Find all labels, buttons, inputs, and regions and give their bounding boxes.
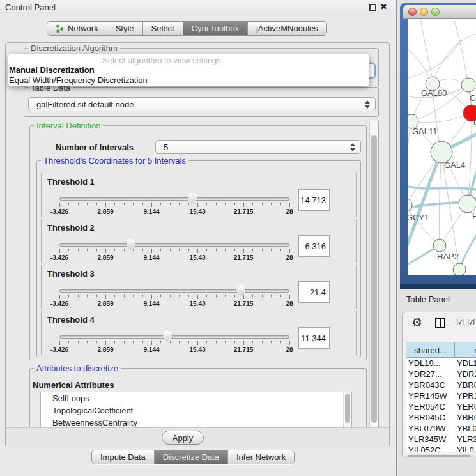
tab-impute-data[interactable]: Impute Data — [92, 450, 154, 464]
tick-mark — [114, 249, 115, 251]
table-row[interactable]: YBR045CYBR0 — [406, 412, 476, 423]
algorithm-option[interactable]: Equal Width/Frequency Discretization — [8, 75, 369, 86]
table-row[interactable]: YLR345WYLR3 — [406, 434, 476, 445]
network-window-titlebar[interactable] — [403, 5, 476, 19]
tick-mark — [206, 295, 207, 297]
tick-mark — [96, 341, 97, 343]
tick-label: 21.715 — [234, 300, 254, 307]
table-row[interactable]: YDL19...YDL1 — [406, 358, 476, 369]
scrollbar-thumb[interactable] — [407, 455, 471, 457]
threshold-slider[interactable]: -3.4262.8599.14415.4321.71528 — [59, 192, 289, 217]
list-item[interactable]: TopologicalCoefficient — [41, 404, 351, 417]
node-table: shared... na YDL19...YDL1YDR27...YDR2YBR… — [406, 342, 476, 452]
threshold-slider[interactable]: -3.4262.8599.14415.4321.71528 — [59, 284, 289, 309]
node-GAL4[interactable] — [431, 141, 452, 163]
horizontal-scrollbar[interactable] — [406, 454, 476, 457]
threshold-slider[interactable]: -3.4262.8599.14415.4321.71528 — [59, 330, 289, 355]
scrollbar-thumb[interactable] — [371, 135, 377, 423]
tab-jactivemnodules[interactable]: jActiveMNodules — [247, 22, 326, 35]
node-node-bottom[interactable] — [453, 263, 466, 275]
node-node-top-right[interactable] — [461, 78, 475, 92]
tab-infer-network[interactable]: Infer Network — [227, 450, 294, 464]
combo-spinner-icon[interactable] — [350, 142, 356, 152]
tick-label: 28 — [286, 346, 293, 353]
tab-network[interactable]: Network — [47, 22, 107, 35]
tab-cyni-toolbox[interactable]: Cyni Toolbox — [183, 22, 247, 35]
tick-mark — [289, 341, 290, 345]
float-window-icon[interactable] — [369, 4, 376, 11]
scrollbar-thumb[interactable] — [345, 394, 350, 423]
panel-title: Control Panel — [5, 3, 56, 12]
tick-label: 15.43 — [189, 300, 205, 307]
column-header[interactable]: shared... — [406, 342, 454, 358]
tab-label: jActiveMNodules — [256, 24, 318, 33]
table-cell: YLR345W — [406, 434, 454, 445]
table-row[interactable]: YPR145WYPR1 — [406, 390, 476, 401]
tick-mark — [170, 249, 171, 251]
close-traffic-light[interactable] — [408, 8, 417, 16]
table-row[interactable]: YBL079WYBL0 — [406, 423, 476, 434]
zoom-traffic-light[interactable] — [431, 8, 440, 16]
number-of-intervals-combobox[interactable]: 5 — [155, 140, 361, 154]
tick-mark — [243, 203, 244, 207]
table-row[interactable]: YBR043CYBR0 — [406, 380, 476, 390]
tick-mark — [124, 341, 125, 343]
slider-track[interactable] — [59, 243, 289, 247]
tick-mark — [105, 249, 106, 253]
tick-mark — [216, 249, 217, 251]
attributes-legend: Attributes to discretize — [34, 364, 121, 373]
algorithm-option[interactable]: Manual Discretization — [8, 65, 369, 75]
tab-select[interactable]: Select — [142, 22, 183, 35]
tick-mark — [225, 341, 226, 343]
checkbox-icon[interactable]: ☑ — [467, 317, 475, 327]
tick-mark — [59, 249, 60, 253]
node-H-node[interactable] — [459, 195, 476, 213]
node-HAP2[interactable] — [433, 239, 446, 252]
tick-mark — [105, 295, 106, 299]
tab-label: Impute Data — [100, 452, 146, 462]
checkbox-icon[interactable]: ☑ — [456, 317, 464, 327]
tick-mark — [87, 203, 88, 205]
tab-discretize-data[interactable]: Discretize Data — [154, 450, 227, 464]
tab-style[interactable]: Style — [107, 22, 142, 35]
gear-icon[interactable]: ⚙ — [411, 315, 422, 330]
threshold-slider[interactable]: -3.4262.8599.14415.4321.71528 — [59, 238, 289, 263]
minimize-traffic-light[interactable] — [420, 8, 428, 16]
table-cell: YBL079W — [406, 423, 454, 434]
slider-track[interactable] — [59, 335, 289, 339]
numerical-attributes-header: Numerical Attributes — [33, 380, 114, 390]
columns-icon[interactable] — [435, 318, 445, 328]
network-window[interactable]: GAL80GACGAL11GAL4GCY1HHAP2 — [400, 3, 476, 289]
list-scrollbar[interactable] — [343, 392, 351, 431]
tick-label: -3.426 — [50, 300, 68, 307]
tick-label: 21.715 — [234, 346, 254, 353]
table-row[interactable]: YIL052CYIL0 — [406, 445, 476, 452]
slider-track[interactable] — [59, 289, 289, 293]
combo-spinner-icon[interactable] — [365, 100, 371, 109]
node-GCY1[interactable] — [408, 198, 412, 212]
table-header: shared... na — [406, 342, 476, 358]
vertical-scrollbar[interactable] — [369, 121, 378, 431]
tick-mark — [78, 341, 79, 343]
threshold-value-field[interactable]: 6.316 — [298, 235, 330, 257]
tab-label: Network — [68, 24, 98, 33]
apply-button[interactable]: Apply — [162, 431, 204, 445]
discretization-algorithm-legend: Discretization Algorithm — [28, 43, 120, 53]
threshold-value-field[interactable]: 21.4 — [298, 281, 330, 303]
list-item[interactable]: SelfLoops — [41, 392, 351, 404]
tick-label: 9.144 — [143, 254, 159, 261]
network-canvas[interactable]: GAL80GACGAL11GAL4GCY1HHAP2 — [408, 19, 476, 275]
threshold-value-field[interactable]: 14.713 — [298, 189, 330, 211]
table-row[interactable]: YDR27...YDR2 — [406, 369, 476, 380]
threshold-value-field[interactable]: 11.344 — [298, 327, 330, 349]
apply-bar: Apply — [6, 427, 389, 447]
tick-mark — [188, 249, 189, 251]
table-row[interactable]: YER054CYER0 — [406, 401, 476, 412]
numerical-attributes-list[interactable]: SelfLoopsTopologicalCoefficientBetweenne… — [40, 392, 352, 431]
threshold-panel: Threshold 1-3.4262.8599.14415.4321.71528… — [41, 173, 357, 217]
close-icon[interactable]: ✖ — [380, 2, 387, 12]
column-header[interactable]: na — [454, 342, 476, 358]
slider-track[interactable] — [59, 197, 289, 201]
tick-mark — [87, 295, 88, 297]
table-data-combobox[interactable]: galFiltered.sif default node — [28, 97, 376, 111]
